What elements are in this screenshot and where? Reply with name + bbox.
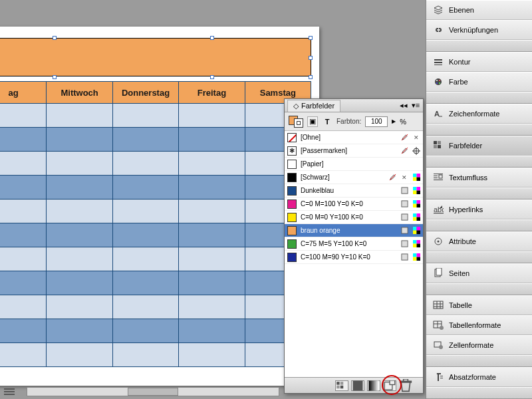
table-cell[interactable] xyxy=(46,200,112,223)
table-cell[interactable] xyxy=(0,271,46,295)
swatch-item[interactable]: C=0 M=100 Y=0 K=0 xyxy=(285,198,423,211)
table-cell[interactable] xyxy=(46,223,112,247)
table-cell[interactable] xyxy=(112,223,178,247)
panel-item-layers[interactable]: Ebenen xyxy=(426,0,532,20)
swatch-item[interactable]: C=100 M=90 Y=10 K=0 xyxy=(285,251,423,264)
table-cell[interactable] xyxy=(112,295,178,319)
show-all-swatches-button[interactable] xyxy=(335,380,348,391)
table-cell[interactable] xyxy=(112,200,178,223)
container-format-icon[interactable]: ▣ xyxy=(307,116,318,127)
table-cell[interactable] xyxy=(0,104,46,128)
table-cell[interactable] xyxy=(0,152,46,176)
table-cell[interactable] xyxy=(178,200,244,223)
table-cell[interactable] xyxy=(178,247,244,271)
show-color-swatches-button[interactable] xyxy=(351,380,364,391)
text-format-icon[interactable]: T xyxy=(322,116,332,127)
stroke-swatch[interactable] xyxy=(294,118,303,128)
swatch-item[interactable]: [Ohne] xyxy=(285,131,423,144)
panel-grip-icon[interactable] xyxy=(4,388,15,395)
table-header-cell[interactable]: ag xyxy=(0,81,46,104)
table-header-cell[interactable]: Freitag xyxy=(178,81,244,104)
table-cell[interactable] xyxy=(46,343,112,367)
table-cell[interactable] xyxy=(46,104,112,128)
panel-item-cellstyle[interactable]: Zellenformate xyxy=(426,335,532,355)
table-cell[interactable] xyxy=(0,295,46,319)
panel-item-attributes[interactable]: Attribute xyxy=(426,231,532,251)
panel-menu-icon[interactable]: ▾≡ xyxy=(411,101,420,110)
horizontal-scrollbar[interactable] xyxy=(27,387,279,396)
panel-item-hyperlink[interactable]: abcHyperlinks xyxy=(426,200,532,219)
tint-input[interactable] xyxy=(365,116,388,127)
selection-handle[interactable] xyxy=(210,75,214,79)
table-header-cell[interactable]: Mittwoch xyxy=(46,81,112,104)
table-cell[interactable] xyxy=(46,128,112,152)
panel-item-swatches[interactable]: Farbfelder xyxy=(426,136,532,156)
table-cell[interactable] xyxy=(46,271,112,295)
table-cell[interactable] xyxy=(0,128,46,152)
svg-rect-47 xyxy=(434,62,442,63)
show-gradient-swatches-button[interactable] xyxy=(367,380,380,391)
table-cell[interactable] xyxy=(46,152,112,176)
table-cell[interactable] xyxy=(178,271,244,295)
tint-stepper-icon[interactable]: ▶ xyxy=(392,118,396,124)
table-cell[interactable] xyxy=(0,319,46,343)
panel-item-tablestyle[interactable]: Tabellenformate xyxy=(426,315,532,335)
selection-handle[interactable] xyxy=(309,56,313,60)
table-cell[interactable] xyxy=(178,319,244,343)
scrollbar-thumb[interactable] xyxy=(128,388,178,396)
panel-item-links[interactable]: Verknüpfungen xyxy=(426,20,532,40)
panel-item-table[interactable]: Tabelle xyxy=(426,295,532,315)
swatch-item[interactable]: [Passermarken] xyxy=(285,144,423,158)
selected-frame[interactable] xyxy=(0,38,311,76)
new-swatch-button[interactable] xyxy=(383,380,396,391)
table-cell[interactable] xyxy=(178,176,244,200)
table-cell[interactable] xyxy=(112,343,178,367)
swatches-tab[interactable]: ◇ Farbfelder xyxy=(287,100,340,112)
table-cell[interactable] xyxy=(178,295,244,319)
swatch-item[interactable]: Dunkelblau xyxy=(285,184,423,198)
fill-stroke-proxy[interactable] xyxy=(289,116,303,128)
table-cell[interactable] xyxy=(0,223,46,247)
table-cell[interactable] xyxy=(112,128,178,152)
table-cell[interactable] xyxy=(112,152,178,176)
selection-handle[interactable] xyxy=(210,36,214,40)
table-cell[interactable] xyxy=(178,343,244,367)
swatches-panel-header[interactable]: ◇ Farbfelder ◂◂ ▾≡ xyxy=(285,99,423,112)
table-cell[interactable] xyxy=(112,247,178,271)
selection-handle[interactable] xyxy=(309,36,313,40)
panel-item-color[interactable]: Farbe xyxy=(426,72,532,92)
table-cell[interactable] xyxy=(0,200,46,223)
selection-handle[interactable] xyxy=(53,75,57,79)
table-cell[interactable] xyxy=(112,271,178,295)
swatches-list[interactable]: [Ohne][Passermarken][Papier][Schwarz]Dun… xyxy=(285,131,423,377)
panel-item-charstyle[interactable]: AZeichenformate xyxy=(426,104,532,124)
panel-collapse-icon[interactable]: ◂◂ xyxy=(399,101,408,110)
panel-item-stroke[interactable]: Kontur xyxy=(426,52,532,72)
table-cell[interactable] xyxy=(46,247,112,271)
table-cell[interactable] xyxy=(46,319,112,343)
selection-handle[interactable] xyxy=(53,36,57,40)
swatch-item[interactable]: [Schwarz] xyxy=(285,171,423,184)
panel-item-textwrap[interactable]: Textumfluss xyxy=(426,168,532,188)
table-cell[interactable] xyxy=(178,223,244,247)
swatch-item[interactable]: C=0 M=0 Y=100 K=0 xyxy=(285,211,423,224)
swatch-item[interactable]: braun orange xyxy=(285,224,423,237)
swatch-item[interactable]: [Papier] xyxy=(285,158,423,171)
table-cell[interactable] xyxy=(112,104,178,128)
table-cell[interactable] xyxy=(178,152,244,176)
delete-swatch-button[interactable] xyxy=(399,380,412,391)
swatch-item[interactable]: C=75 M=5 Y=100 K=0 xyxy=(285,237,423,251)
table-cell[interactable] xyxy=(46,176,112,200)
table-cell[interactable] xyxy=(0,247,46,271)
table-cell[interactable] xyxy=(46,295,112,319)
table-header-cell[interactable]: Donnerstag xyxy=(112,81,178,104)
table-cell[interactable] xyxy=(178,104,244,128)
panel-item-parastyle[interactable]: Absatzformate xyxy=(426,367,532,387)
table-cell[interactable] xyxy=(112,319,178,343)
selection-handle[interactable] xyxy=(309,75,313,79)
table-cell[interactable] xyxy=(112,176,178,200)
panel-item-pages[interactable]: Seiten xyxy=(426,263,532,283)
table-cell[interactable] xyxy=(0,343,46,367)
table-cell[interactable] xyxy=(178,128,244,152)
table-cell[interactable] xyxy=(0,176,46,200)
